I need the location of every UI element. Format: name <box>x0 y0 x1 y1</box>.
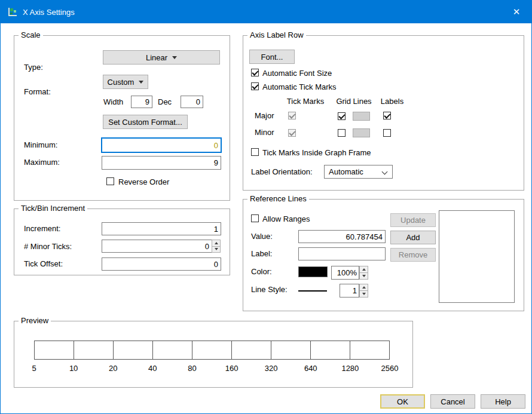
major-labels-checkbox[interactable] <box>383 112 391 119</box>
axis-label-row-group: Axis Label Row Font... Automatic Font Si… <box>243 35 524 191</box>
app-icon <box>8 7 17 17</box>
label-label: Label: <box>251 249 272 258</box>
spin-down-button[interactable] <box>359 273 368 280</box>
add-button[interactable]: Add <box>390 231 436 244</box>
preview-ruler-cell <box>153 341 192 359</box>
opacity-value[interactable]: 100% <box>331 266 359 280</box>
automatic-tick-marks-checkbox[interactable] <box>251 82 259 90</box>
minor-ticks-input[interactable] <box>102 240 212 253</box>
preview-tick-label: 1280 <box>341 364 359 373</box>
preview-group-label: Preview <box>19 316 51 326</box>
preview-ruler-cell <box>350 341 389 359</box>
format-label: Format: <box>24 87 51 96</box>
triangle-up-icon <box>362 286 366 289</box>
allow-ranges-checkbox[interactable] <box>251 214 259 222</box>
set-custom-format-button[interactable]: Set Custom Format... <box>103 115 188 129</box>
titlebar: X Axis Settings ✕ <box>1 1 531 23</box>
ok-button-label: OK <box>397 397 408 406</box>
major-grid-color-button[interactable] <box>353 112 370 121</box>
axis-label-row-group-label: Axis Label Row <box>247 30 306 40</box>
width-input[interactable] <box>131 96 152 108</box>
ok-button[interactable]: OK <box>380 394 425 409</box>
color-swatch-button[interactable] <box>298 266 328 277</box>
preview-tick-label: 5 <box>32 364 36 373</box>
preview-axis-ruler <box>34 341 390 360</box>
dec-input[interactable] <box>181 96 203 108</box>
major-grid-lines-checkbox[interactable] <box>338 112 346 120</box>
update-button-label: Update <box>400 216 426 225</box>
column-header-tick-marks: Tick Marks <box>287 97 324 106</box>
label-orientation-dropdown[interactable]: Automatic <box>324 165 393 179</box>
column-header-grid-lines: Grid Lines <box>336 97 371 106</box>
increment-input[interactable] <box>102 222 221 235</box>
preview-tick-label: 20 <box>109 364 117 373</box>
minimum-input[interactable] <box>101 137 222 153</box>
major-tick-marks-checkbox[interactable] <box>288 112 296 119</box>
spin-up-button[interactable] <box>212 240 221 247</box>
reference-lines-group-label: Reference Lines <box>247 194 309 204</box>
dec-label: Dec <box>158 97 172 106</box>
line-style-sample <box>298 290 327 292</box>
cancel-button[interactable]: Cancel <box>430 394 475 409</box>
dialog-body: Scale Type: Linear Format: Custom Width … <box>1 23 531 413</box>
line-style-label: Line Style: <box>251 285 288 294</box>
format-dropdown[interactable]: Custom <box>103 75 148 89</box>
chevron-down-icon <box>139 81 143 84</box>
preview-ruler-cell <box>271 341 311 359</box>
reference-lines-listbox[interactable] <box>439 210 515 303</box>
type-label: Type: <box>24 63 43 72</box>
preview-ruler-cell <box>232 341 271 359</box>
preview-tick-label: 2560 <box>381 364 399 373</box>
value-input[interactable] <box>298 230 386 243</box>
remove-button-label: Remove <box>399 250 427 259</box>
preview-tick-label: 320 <box>265 364 278 373</box>
triangle-up-icon <box>215 242 218 244</box>
tick-offset-label: Tick Offset: <box>24 259 63 268</box>
help-button-label: Help <box>495 397 511 406</box>
spin-down-button[interactable] <box>212 247 221 253</box>
add-button-label: Add <box>406 233 420 242</box>
label-orientation-value: Automatic <box>329 167 363 176</box>
minor-tick-marks-checkbox[interactable] <box>288 129 296 137</box>
minor-labels-checkbox[interactable] <box>383 129 391 137</box>
spin-down-button[interactable] <box>359 291 368 298</box>
color-label: Color: <box>251 267 272 276</box>
type-dropdown-value: Linear <box>146 53 167 62</box>
minor-grid-lines-checkbox[interactable] <box>338 129 346 137</box>
reference-lines-group: Reference Lines Allow Ranges Update Valu… <box>243 199 524 311</box>
line-style-spinner: 1 <box>340 284 368 298</box>
preview-tick-label: 640 <box>304 364 317 373</box>
maximum-input[interactable] <box>102 156 221 170</box>
allow-ranges-label: Allow Ranges <box>262 214 310 223</box>
preview-ruler-cell <box>74 341 114 359</box>
line-style-value[interactable]: 1 <box>340 284 359 298</box>
update-button[interactable]: Update <box>390 213 436 227</box>
preview-ruler-cell <box>35 341 74 359</box>
spin-up-button[interactable] <box>359 284 368 291</box>
help-button[interactable]: Help <box>481 394 525 409</box>
font-button[interactable]: Font... <box>249 50 295 64</box>
width-label: Width <box>103 97 123 106</box>
type-dropdown[interactable]: Linear <box>103 50 220 65</box>
minimum-label: Minimum: <box>24 140 57 149</box>
label-input[interactable] <box>298 247 386 260</box>
preview-tick-labels: 51020408016032064012802560 <box>34 364 390 373</box>
scale-group: Scale Type: Linear Format: Custom Width … <box>14 35 230 201</box>
triangle-down-icon <box>362 293 366 295</box>
format-dropdown-value: Custom <box>108 78 134 87</box>
preview-ruler-cell <box>311 341 350 359</box>
triangle-down-icon <box>215 248 218 250</box>
remove-button[interactable]: Remove <box>390 248 436 262</box>
minor-grid-color-button[interactable] <box>353 128 370 137</box>
close-icon[interactable]: ✕ <box>502 1 531 23</box>
tick-offset-input[interactable] <box>102 257 221 271</box>
preview-tick-label: 160 <box>225 364 239 373</box>
spin-up-button[interactable] <box>359 266 368 273</box>
reverse-order-checkbox[interactable] <box>106 177 114 185</box>
scale-group-label: Scale <box>19 30 43 40</box>
preview-ruler-cell <box>192 341 232 359</box>
automatic-font-size-checkbox[interactable] <box>251 69 259 76</box>
triangle-up-icon <box>362 268 366 271</box>
preview-ruler-cell <box>114 341 153 359</box>
tick-marks-inside-frame-checkbox[interactable] <box>251 148 259 156</box>
